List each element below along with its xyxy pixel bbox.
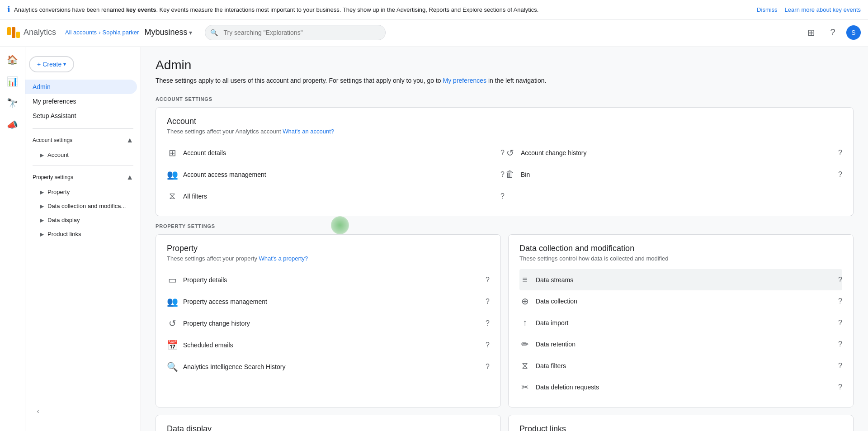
account-details-label[interactable]: Account details <box>183 149 495 156</box>
sidebar-divider-1 <box>33 128 133 129</box>
all-filters-help-icon[interactable]: ? <box>500 192 505 200</box>
data-display-card: Data display These settings control how … <box>156 415 501 431</box>
data-import-help-icon[interactable]: ? <box>838 319 842 327</box>
sidebar-sub-data-display[interactable]: ▶ Data display <box>25 213 137 227</box>
data-import-label[interactable]: Data import <box>536 319 833 327</box>
property-change-history-icon: ↺ <box>167 318 178 329</box>
scheduled-emails-help-icon[interactable]: ? <box>486 341 490 349</box>
sidebar: + Create ▾ Admin My preferences Setup As… <box>25 47 141 431</box>
header-right: ⊞ ? S <box>803 24 861 41</box>
learn-more-link[interactable]: Learn more about key events <box>785 6 861 13</box>
data-collection-label[interactable]: Data collection <box>536 298 833 305</box>
all-accounts-label[interactable]: All accounts <box>65 29 97 36</box>
property-change-history-item: ↺ Property change history ? <box>167 313 490 334</box>
data-retention-label[interactable]: Data retention <box>536 341 833 348</box>
property-details-label[interactable]: Property details <box>183 276 480 284</box>
data-deletion-label[interactable]: Data deletion requests <box>536 384 833 391</box>
data-streams-label[interactable]: Data streams <box>536 276 833 284</box>
data-display-card-title: Data display <box>167 424 490 431</box>
property-settings-col: ▭ Property details ? 👥 Property access m… <box>167 269 490 378</box>
data-streams-help-icon[interactable]: ? <box>838 276 842 284</box>
property-access-label[interactable]: Property access management <box>183 298 480 305</box>
whats-account-link[interactable]: What's an account? <box>283 128 334 135</box>
my-preferences-link[interactable]: My preferences <box>443 77 486 84</box>
property-settings-collapse[interactable]: ▲ <box>126 173 133 181</box>
data-display-sub-label: Data display <box>47 217 80 223</box>
nav-reports-icon[interactable]: 📊 <box>4 72 22 90</box>
account-name-label[interactable]: Sophia parker <box>102 29 139 36</box>
property-card: Property These settings affect your prop… <box>156 234 501 407</box>
whats-property-link[interactable]: What's a property? <box>259 255 308 262</box>
nav-explore-icon[interactable]: 🔭 <box>4 94 22 112</box>
data-filters-help-icon[interactable]: ? <box>838 362 842 370</box>
bin-label[interactable]: Bin <box>521 171 833 178</box>
data-filters-label[interactable]: Data filters <box>536 362 833 369</box>
product-links-sub-label: Product links <box>47 231 81 237</box>
top-banner: ℹ Analytics conversions have been rename… <box>0 0 868 19</box>
data-collection-card-desc: These settings control how data is colle… <box>519 255 842 262</box>
ai-search-history-icon: 🔍 <box>167 361 178 372</box>
user-avatar[interactable]: S <box>846 25 861 40</box>
sidebar-main-nav: Admin My preferences Setup Assistant <box>25 78 141 125</box>
property-access-help-icon[interactable]: ? <box>486 298 490 306</box>
property-change-history-label[interactable]: Property change history <box>183 320 480 327</box>
property-change-history-help-icon[interactable]: ? <box>486 319 490 327</box>
all-filters-item: ⧖ All filters ? <box>167 185 505 207</box>
account-details-help-icon[interactable]: ? <box>500 149 505 157</box>
sidebar-sub-product-links[interactable]: ▶ Product links <box>25 227 137 241</box>
search-input[interactable] <box>205 25 386 40</box>
sidebar-sub-account[interactable]: ▶ Account <box>25 148 137 162</box>
account-change-history-icon: ↺ <box>505 147 515 158</box>
scheduled-emails-icon: 📅 <box>167 340 178 350</box>
property-details-item: ▭ Property details ? <box>167 269 490 291</box>
scheduled-emails-label[interactable]: Scheduled emails <box>183 341 480 349</box>
account-change-history-help-icon[interactable]: ? <box>838 149 842 157</box>
sidebar-item-admin[interactable]: Admin <box>25 80 137 94</box>
create-button[interactable]: + Create ▾ <box>29 56 74 72</box>
account-settings-collapse[interactable]: ▲ <box>126 136 133 144</box>
property-settings-label: Property settings <box>33 174 73 180</box>
sidebar-collapse-button[interactable]: ‹ <box>29 402 47 420</box>
help-icon[interactable]: ? <box>825 24 841 41</box>
info-icon: ℹ <box>7 5 10 14</box>
data-retention-help-icon[interactable]: ? <box>838 340 842 348</box>
account-change-history-label[interactable]: Account change history <box>521 149 833 156</box>
property-card-desc: These settings affect your property What… <box>167 255 490 262</box>
grid-apps-icon[interactable]: ⊞ <box>803 24 819 41</box>
account-card-title: Account <box>167 117 842 126</box>
sidebar-item-my-preferences[interactable]: My preferences <box>25 94 137 109</box>
account-details-item: ⊞ Account details ? <box>167 142 505 164</box>
analytics-logo <box>7 27 20 38</box>
account-access-help-icon[interactable]: ? <box>500 171 505 179</box>
account-access-label[interactable]: Account access management <box>183 171 495 178</box>
data-retention-icon: ✏ <box>519 339 530 350</box>
account-access-icon: 👥 <box>167 169 178 180</box>
product-links-card-title: Product links <box>519 424 842 431</box>
create-plus-icon: + <box>37 61 41 68</box>
create-arrow-icon: ▾ <box>63 61 66 67</box>
bin-icon: 🗑 <box>505 169 515 180</box>
data-collection-settings-col: ≡ Data streams ? ⊕ Data collection ? ↑ D… <box>519 269 842 398</box>
ai-search-history-help-icon[interactable]: ? <box>486 363 490 371</box>
nav-advertising-icon[interactable]: 📣 <box>4 116 22 134</box>
ai-search-history-item: 🔍 Analytics Intelligence Search History … <box>167 356 490 378</box>
property-settings-header[interactable]: Property settings ▲ <box>25 170 141 185</box>
all-filters-label[interactable]: All filters <box>183 193 495 200</box>
sidebar-item-setup-assistant[interactable]: Setup Assistant <box>25 109 137 123</box>
product-links-chevron-icon: ▶ <box>40 231 44 237</box>
business-selector-arrow: ▾ <box>189 29 192 36</box>
data-deletion-help-icon[interactable]: ? <box>838 383 842 391</box>
account-settings-label: Account settings <box>33 137 72 143</box>
sidebar-sub-data-collection[interactable]: ▶ Data collection and modifica... <box>25 199 137 213</box>
property-details-help-icon[interactable]: ? <box>486 276 490 284</box>
account-breadcrumb[interactable]: All accounts › Sophia parker <box>65 29 139 36</box>
bin-help-icon[interactable]: ? <box>838 171 842 179</box>
account-settings-header[interactable]: Account settings ▲ <box>25 133 141 148</box>
data-collection-help-icon[interactable]: ? <box>838 297 842 305</box>
sidebar-sub-property[interactable]: ▶ Property <box>25 185 137 199</box>
business-selector[interactable]: Mybusiness ▾ <box>144 28 192 37</box>
ai-search-history-label[interactable]: Analytics Intelligence Search History <box>183 363 480 370</box>
nav-home-icon[interactable]: 🏠 <box>4 51 22 69</box>
dismiss-link[interactable]: Dismiss <box>757 6 778 13</box>
data-retention-item: ✏ Data retention ? <box>519 333 842 355</box>
